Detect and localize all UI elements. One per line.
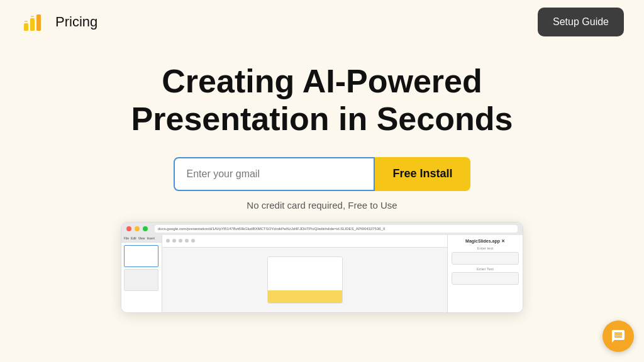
browser-dot-red (126, 226, 131, 231)
email-input[interactable] (174, 157, 375, 191)
toolbar-item-4 (185, 239, 189, 243)
pricing-label: Pricing (55, 14, 97, 30)
no-credit-text: No credit card required, Free to Use (247, 200, 397, 211)
app-screenshot: docs.google.com/presentation/d/1AVpYl514… (121, 222, 523, 313)
app-toolbar (162, 235, 447, 248)
screenshot-wrapper: docs.google.com/presentation/d/1AVpYl514… (121, 222, 523, 313)
panel-label-2: Enter Text (452, 267, 519, 271)
free-install-button[interactable]: Free Install (375, 157, 470, 191)
panel-title: MagicSlides.app ✕ (452, 239, 519, 244)
slide-thumb-2 (124, 269, 158, 291)
toolbar-item-3 (179, 239, 182, 243)
right-panel: MagicSlides.app ✕ Enter text Enter Text (447, 235, 523, 312)
app-main-area (162, 235, 447, 312)
browser-dot-yellow (135, 226, 140, 231)
app-menu-bar: File Edit View Insert (121, 235, 162, 243)
browser-bar: docs.google.com/presentation/d/1AVpYl514… (121, 222, 523, 235)
chat-icon (611, 329, 626, 344)
setup-guide-button[interactable]: Setup Guide (538, 8, 624, 36)
browser-dot-green (143, 226, 148, 231)
slide-yellow-bar (268, 290, 342, 303)
hero-title: Creating AI-Powered Presentation in Seco… (131, 63, 513, 138)
email-section: Free Install (174, 157, 470, 191)
toolbar-item-5 (191, 239, 195, 243)
svg-rect-0 (24, 23, 28, 31)
slide-thumb-1 (124, 245, 158, 267)
logo-icon[interactable] (20, 8, 48, 36)
active-slide (267, 256, 343, 304)
panel-input-2[interactable] (452, 272, 519, 285)
header-left: Pricing (20, 8, 97, 36)
svg-rect-1 (30, 18, 35, 31)
toolbar-item-2 (172, 239, 176, 243)
toolbar-item-1 (166, 239, 170, 243)
svg-rect-3 (25, 21, 28, 22)
hero-section: Creating AI-Powered Presentation in Seco… (0, 44, 644, 313)
svg-rect-2 (36, 14, 41, 31)
app-sidebar: File Edit View Insert (121, 235, 162, 312)
header: Pricing Setup Guide (0, 0, 644, 44)
app-content: File Edit View Insert (121, 235, 523, 312)
chat-support-button[interactable] (602, 321, 634, 352)
nav-pricing[interactable]: Pricing (55, 14, 97, 30)
slide-area (162, 248, 447, 312)
panel-input-1[interactable] (452, 252, 519, 265)
browser-address-bar: docs.google.com/presentation/d/1AVpYl514… (155, 225, 518, 233)
slide-thumbnails (121, 243, 162, 293)
panel-subtitle: Enter text (452, 246, 519, 250)
svg-rect-4 (31, 16, 34, 17)
